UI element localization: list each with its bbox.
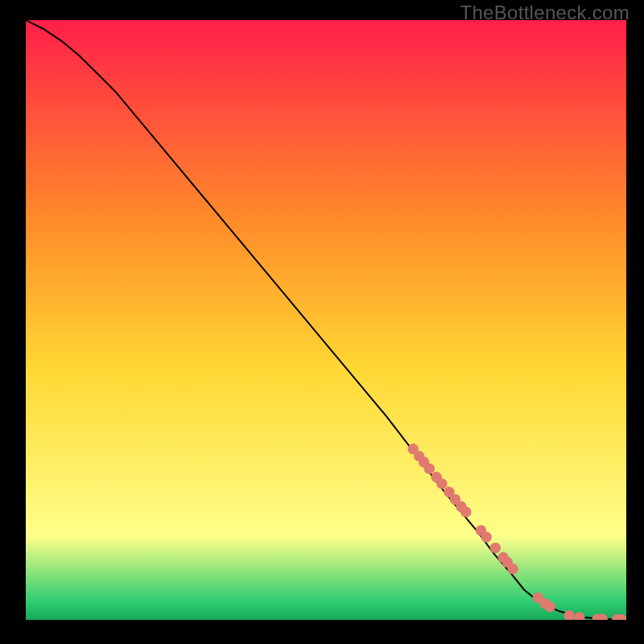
highlight-dot: [424, 464, 435, 474]
highlight-dot: [490, 543, 501, 553]
highlight-dot: [545, 601, 555, 612]
chart-stage: TheBottleneck.com: [0, 0, 644, 644]
highlight-dot: [481, 531, 491, 542]
highlight-dot: [460, 506, 471, 517]
gradient-background: [26, 20, 626, 620]
highlight-dot: [436, 478, 447, 489]
highlight-dot: [507, 564, 518, 574]
plot-area: [26, 20, 626, 620]
chart-svg: [26, 20, 626, 620]
